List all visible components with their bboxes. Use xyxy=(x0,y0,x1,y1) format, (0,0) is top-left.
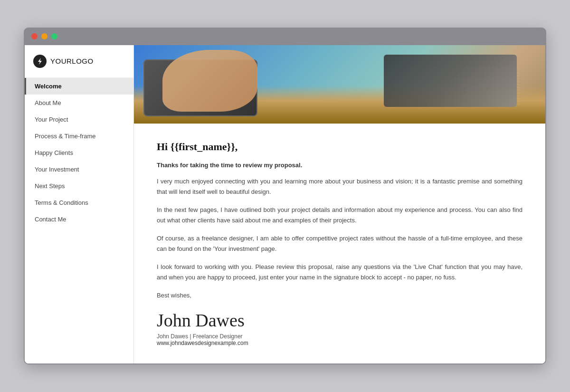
close-button[interactable] xyxy=(31,33,38,39)
body-para-4: I look forward to working with you. Plea… xyxy=(157,262,522,283)
signer-title-text: Freelance Designer xyxy=(193,333,243,340)
greeting-text: Hi {{first_name}}, xyxy=(157,141,522,153)
sidebar-item-contact-me[interactable]: Contact Me xyxy=(25,211,133,228)
logo-bold: YOUR xyxy=(50,57,72,65)
intro-line: Thanks for taking the time to review my … xyxy=(157,162,522,169)
body-para-1: I very much enjoyed connecting with you … xyxy=(157,176,522,197)
main-area: Hi {{first_name}}, Thanks for taking the… xyxy=(134,45,545,364)
sidebar: YOURLOGO Welcome About Me Your Project P… xyxy=(25,45,134,364)
nav-menu: Welcome About Me Your Project Process & … xyxy=(25,78,133,228)
sidebar-item-your-project[interactable]: Your Project xyxy=(25,111,133,128)
logo-icon xyxy=(33,55,47,68)
signer-name-text: John Dawes xyxy=(157,333,188,340)
hero-keyboard-decoration xyxy=(391,67,519,107)
logo-light: LOGO xyxy=(72,57,93,65)
minimize-button[interactable] xyxy=(41,33,48,39)
content-body: Hi {{first_name}}, Thanks for taking the… xyxy=(134,124,545,364)
sidebar-item-happy-clients[interactable]: Happy Clients xyxy=(25,144,133,161)
sidebar-item-terms-conditions[interactable]: Terms & Conditions xyxy=(25,194,133,211)
body-para-3: Of course, as a freelance designer, I am… xyxy=(157,233,522,254)
hero-hand-decoration xyxy=(162,50,257,112)
logo-text: YOURLOGO xyxy=(50,57,94,65)
sidebar-item-process-timeframe[interactable]: Process & Time-frame xyxy=(25,128,133,144)
signer-name: John Dawes | Freelance Designer xyxy=(157,333,522,340)
signature-image: John Dawes xyxy=(157,311,522,331)
browser-window: YOURLOGO Welcome About Me Your Project P… xyxy=(24,28,546,365)
signature-area: John Dawes John Dawes | Freelance Design… xyxy=(157,311,522,347)
signer-website: www.johndawesdesignexample.com xyxy=(157,340,522,346)
lightning-icon xyxy=(36,57,44,65)
body-para-2: In the next few pages, I have outlined b… xyxy=(157,205,522,226)
sidebar-item-your-investment[interactable]: Your Investment xyxy=(25,161,133,178)
maximize-button[interactable] xyxy=(51,33,57,39)
browser-content: YOURLOGO Welcome About Me Your Project P… xyxy=(25,45,545,364)
svg-marker-0 xyxy=(38,58,42,65)
sidebar-item-welcome[interactable]: Welcome xyxy=(25,78,133,95)
sidebar-item-about-me[interactable]: About Me xyxy=(25,95,133,111)
logo-area: YOURLOGO xyxy=(25,45,133,78)
hero-image xyxy=(134,45,545,124)
browser-titlebar xyxy=(24,28,546,45)
sidebar-item-next-steps[interactable]: Next Steps xyxy=(25,178,133,194)
closing-text: Best wishes, xyxy=(157,290,522,301)
